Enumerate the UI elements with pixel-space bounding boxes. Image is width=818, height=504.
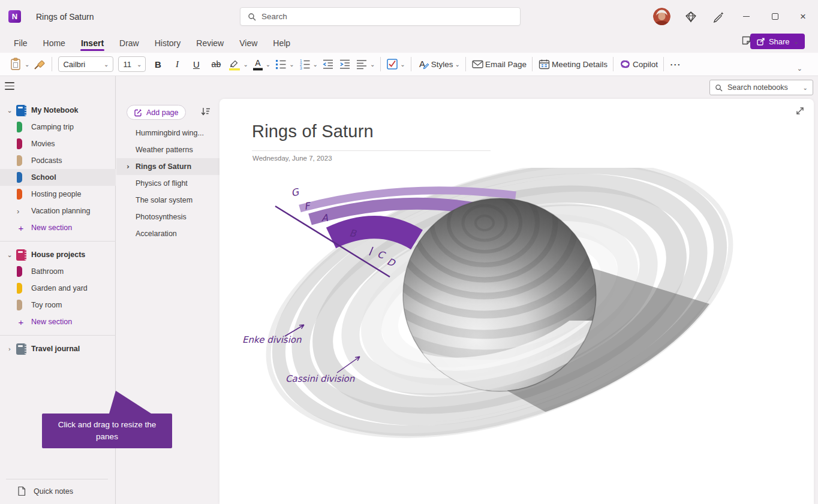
share-button[interactable]: Share ⌄ [750, 34, 805, 49]
close-button[interactable]: × [789, 0, 817, 33]
new-section-button[interactable]: +New section [0, 219, 116, 236]
ribbon-tabs: FileHomeInsertDrawHistoryReviewViewHelp [0, 33, 818, 53]
font-color-button[interactable]: A ⌄ [250, 55, 272, 73]
onenote-logo-icon: N [8, 10, 21, 23]
italic-button[interactable]: I [167, 55, 187, 73]
notebook-icon [16, 343, 26, 355]
quick-notes-button[interactable]: Quick notes [0, 482, 116, 500]
page-item-title: Physics of flight [136, 179, 188, 188]
page-icon [17, 486, 26, 496]
notebook-house-projects[interactable]: ⌄House projects [0, 246, 116, 263]
minimize-button[interactable] [732, 0, 760, 33]
expand-page-icon[interactable] [794, 105, 806, 117]
search-input[interactable]: Search [240, 7, 521, 26]
section-color-tab [17, 122, 22, 132]
alignment-button[interactable]: ⌄ [353, 55, 377, 73]
avatar[interactable] [653, 8, 670, 25]
new-section-button[interactable]: +New section [0, 313, 116, 330]
maximize-button[interactable] [761, 0, 789, 33]
sidebar-section-podcasts[interactable]: Podcasts [0, 152, 116, 169]
notebook-travel-journal[interactable]: ›Travel journal [0, 340, 116, 357]
share-icon [756, 37, 765, 46]
numbered-list-icon: 123 [298, 58, 311, 71]
ribbon-toolbar: ⌄ Cailbri⌄ 11⌄ B I U ab ⌄ A [0, 53, 818, 76]
font-color-icon: A [252, 58, 264, 71]
font-size-select[interactable]: 11⌄ [118, 56, 146, 72]
decrease-indent-button[interactable] [320, 55, 336, 73]
sidebar-divider [0, 335, 116, 336]
copilot-button[interactable]: Copilot [617, 55, 660, 73]
sidebar-section-bathroom[interactable]: Bathroom [0, 263, 116, 280]
increase-indent-button[interactable] [336, 55, 353, 73]
tab-view[interactable]: View [231, 33, 265, 53]
more-options-button[interactable]: ⋯ [667, 55, 683, 73]
ink-pen-icon[interactable] [711, 10, 726, 24]
ribbon-collapse-chevron-icon[interactable]: ⌄ [797, 65, 802, 73]
paste-button[interactable]: ⌄ [7, 55, 31, 73]
chevron-right-icon[interactable]: › [5, 345, 14, 353]
styles-button[interactable]: A Styles⌄ [415, 55, 462, 73]
notebook-my-notebook[interactable]: ⌄My Notebook [0, 102, 116, 119]
bold-button[interactable]: B [148, 55, 167, 73]
sidebar-section-hosting-people[interactable]: Hosting people [0, 186, 116, 203]
chevron-down-icon[interactable]: ⌄ [5, 107, 14, 114]
page-canvas[interactable]: Rings of Saturn Wednesday, June 7, 2023 [219, 99, 814, 504]
align-icon [355, 58, 368, 71]
sidebar-section-movies[interactable]: Movies [0, 135, 116, 152]
section-color-tab [17, 138, 22, 149]
sidebar-section-vacation-planning[interactable]: ›Vacation planning [0, 203, 116, 219]
notebooks-sidebar: ⌄My NotebookCamping tripMoviesPodcastsSc… [0, 76, 116, 504]
page-item-the-solar-system[interactable]: The solar system [116, 192, 219, 209]
notebook-name: House projects [31, 251, 85, 259]
page-item-photosynthesis[interactable]: Photosynthesis [116, 209, 219, 225]
numbering-button[interactable]: 123 ⌄ [296, 55, 320, 73]
strikethrough-button[interactable]: ab [206, 55, 226, 73]
sidebar-divider [0, 241, 116, 242]
meeting-details-button[interactable]: Meeting Details [536, 55, 609, 73]
section-label: School [31, 173, 56, 182]
format-painter-button[interactable] [31, 55, 48, 73]
font-name-select[interactable]: Cailbri⌄ [58, 56, 113, 72]
tab-help[interactable]: Help [265, 33, 298, 53]
section-label: Vacation planning [31, 207, 90, 215]
tab-review[interactable]: Review [188, 33, 231, 53]
sidebar-section-school[interactable]: School [0, 169, 116, 186]
notebook-name: Travel journal [31, 345, 80, 353]
tab-insert[interactable]: Insert [73, 33, 112, 53]
underline-button[interactable]: U [187, 55, 206, 73]
page-item-weather-patterns[interactable]: Weather patterns [116, 141, 219, 158]
tab-home[interactable]: Home [35, 33, 73, 53]
email-page-button[interactable]: Email Page [470, 55, 528, 73]
page-item-hummingbird-wing-[interactable]: Hummingbird wing... [116, 125, 219, 141]
search-notebooks-input[interactable]: Search notebooks ⌄ [709, 80, 813, 95]
add-page-button[interactable]: Add page [127, 105, 186, 120]
sidebar-section-camping-trip[interactable]: Camping trip [0, 119, 116, 135]
svg-text:A: A [255, 58, 261, 68]
title-rule [252, 150, 491, 151]
pages-pane: Add page Hummingbird wing...Weather patt… [116, 76, 219, 504]
premium-diamond-icon[interactable] [684, 10, 698, 24]
sidebar-divider [6, 479, 108, 479]
tab-file[interactable]: File [6, 33, 35, 53]
bullets-button[interactable]: ⌄ [272, 55, 296, 73]
sort-pages-icon[interactable] [200, 106, 211, 117]
sidebar-section-garden-and-yard[interactable]: Garden and yard [0, 280, 116, 297]
title-bar: N Rings of Saturn Search [0, 0, 818, 33]
notebook-icon [16, 105, 26, 116]
page-item-rings-of-saturn[interactable]: ›Rings of Saturn [116, 158, 219, 175]
font-size-value: 11 [123, 60, 131, 69]
tab-history[interactable]: History [147, 33, 189, 53]
todo-tag-button[interactable]: ⌄ [384, 55, 407, 73]
tab-draw[interactable]: Draw [112, 33, 147, 53]
todo-checkbox-icon [386, 58, 398, 70]
saturn-figure[interactable]: GFABCD Enke divisionCassini division [225, 168, 735, 443]
page-title[interactable]: Rings of Saturn [252, 122, 374, 141]
sidebar-section-toy-room[interactable]: Toy room [0, 297, 116, 313]
chevron-right-icon: › [127, 162, 130, 171]
page-item-accelaration[interactable]: Accelaration [116, 225, 219, 242]
highlight-button[interactable]: ⌄ [226, 55, 249, 73]
chevron-down-icon[interactable]: ⌄ [5, 251, 14, 259]
section-label: Podcasts [31, 156, 62, 165]
page-item-physics-of-flight[interactable]: Physics of flight [116, 175, 219, 192]
paste-icon [9, 57, 23, 71]
